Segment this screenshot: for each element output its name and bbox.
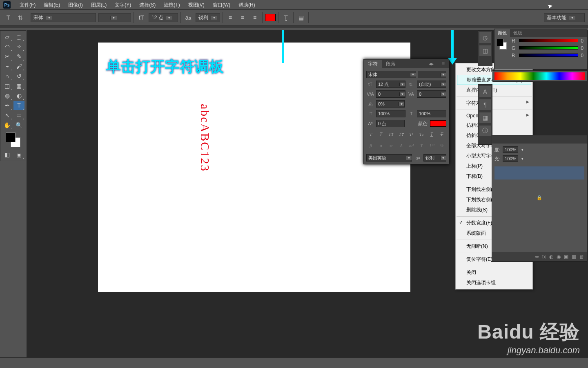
dropdown-icon[interactable]: ▼ <box>440 92 446 96</box>
type-tool[interactable]: T <box>13 101 24 110</box>
dropdown-icon[interactable]: ▼ <box>440 83 446 86</box>
smallcaps-toggle[interactable]: Tᴛ <box>397 130 406 138</box>
tool-preset-icon[interactable]: T <box>3 13 13 22</box>
ot-frac[interactable]: ½ <box>437 142 446 149</box>
lasso-tool[interactable]: ◠ <box>2 42 13 51</box>
mask-icon[interactable]: ◐ <box>549 254 553 260</box>
dropdown-icon[interactable]: ▼ <box>46 16 52 20</box>
menu-view[interactable]: 视图(V) <box>184 0 209 10</box>
link-icon[interactable]: ⇔ <box>535 254 539 260</box>
sample-vertical-text[interactable]: abcABC123 <box>198 104 212 172</box>
warp-text-icon[interactable]: T̰ <box>281 13 291 22</box>
spectrum-picker[interactable] <box>494 72 585 80</box>
dropdown-icon[interactable]: ▼ <box>406 156 412 160</box>
baseline-field[interactable]: 0 点 <box>376 120 405 127</box>
tab-character[interactable]: 字符 <box>364 60 382 68</box>
properties-panel-icon[interactable]: ◫ <box>479 45 491 56</box>
italic-toggle[interactable]: T <box>376 130 385 138</box>
eraser-tool[interactable]: ◫ <box>2 81 13 90</box>
dropdown-icon[interactable]: ▼ <box>211 16 217 20</box>
kerning-field[interactable]: 0▼ <box>376 90 405 98</box>
tab-paragraph[interactable]: 段落 <box>382 60 400 68</box>
path-tool[interactable]: ↖ <box>2 111 13 120</box>
brush-tool[interactable]: 🖌 <box>13 62 24 71</box>
ot-1st[interactable]: 1ˢᵗ <box>427 142 436 149</box>
menu-tate-chu-yoko[interactable]: 直排内横排(T) <box>456 85 532 95</box>
bold-toggle[interactable]: T <box>366 130 375 138</box>
text-color-swatch[interactable] <box>265 14 276 21</box>
antialias-combo[interactable]: 锐利▼ <box>196 13 220 22</box>
dropdown-icon[interactable]: ▼ <box>166 16 172 20</box>
pen-tool[interactable]: ✒ <box>2 101 13 110</box>
menu-window[interactable]: 窗口(W) <box>209 0 234 10</box>
menu-close[interactable]: 关闭 <box>456 267 532 278</box>
align-bottom-icon[interactable]: ≡ <box>250 13 260 22</box>
dropdown-icon[interactable]: ▼ <box>569 16 575 20</box>
history-brush-tool[interactable]: ↺ <box>13 72 24 81</box>
dropdown-icon[interactable]: ▼ <box>410 73 416 76</box>
menu-help[interactable]: 帮助(H) <box>234 0 259 10</box>
dropdown-icon[interactable]: ▼ <box>399 102 404 106</box>
superscript-toggle[interactable]: T¹ <box>407 130 416 138</box>
font-size-field[interactable]: 12 点▼ <box>376 81 405 88</box>
dropdown-icon[interactable]: ▼ <box>440 73 446 76</box>
history-panel-icon[interactable]: ◷ <box>479 32 491 43</box>
shape-tool[interactable]: ▭ <box>13 111 24 120</box>
stamp-tool[interactable]: ⌂ <box>2 72 13 81</box>
font-family-combo[interactable]: 宋体▼ <box>31 13 96 22</box>
fill-field[interactable]: 100% <box>503 155 518 162</box>
gradient-tool[interactable]: ▦ <box>13 81 24 90</box>
mini-swatch[interactable] <box>496 39 507 49</box>
trash-icon[interactable]: 🗑 <box>579 254 584 260</box>
tab-color[interactable]: 颜色 <box>494 29 510 37</box>
dropdown-icon[interactable]: ▼ <box>399 92 405 96</box>
b-slider[interactable] <box>519 54 578 58</box>
ot-ad[interactable]: ad <box>407 142 416 149</box>
fg-mini[interactable] <box>496 39 503 46</box>
r-slider[interactable] <box>519 39 578 43</box>
workspace-combo[interactable]: 基本功能▼ <box>544 13 585 22</box>
font-family-field[interactable]: 宋体▼ <box>366 71 416 78</box>
styles-panel-icon[interactable]: ▦ <box>479 112 491 123</box>
menu-filter[interactable]: 滤镜(T) <box>160 0 184 10</box>
ot-st[interactable]: st <box>387 142 396 149</box>
text-orientation-icon[interactable]: ⇅ <box>16 13 25 22</box>
menu-layer[interactable]: 图层(L) <box>87 0 111 10</box>
menu-file[interactable]: 文件(F) <box>16 0 40 10</box>
tab-swatches[interactable]: 色板 <box>510 29 526 37</box>
ot-sigma[interactable]: σ <box>376 142 385 149</box>
blur-tool[interactable]: ◍ <box>2 91 13 100</box>
subscript-toggle[interactable]: T₁ <box>417 130 426 138</box>
strike-toggle[interactable]: T <box>437 130 446 138</box>
text-color-swatch[interactable] <box>430 120 446 127</box>
hscale-field[interactable]: 100% <box>417 110 446 117</box>
ot-a[interactable]: A <box>397 142 406 149</box>
menu-image[interactable]: 图像(I) <box>64 0 87 10</box>
zoom-tool[interactable]: 🔍 <box>13 121 24 130</box>
menu-opentype[interactable]: OpenType <box>456 111 532 120</box>
panel-menu-icon[interactable]: ≡ <box>438 60 449 67</box>
new-layer-icon[interactable]: ▦ <box>572 254 576 260</box>
toggle-char-panel-icon[interactable]: ▤ <box>296 13 306 22</box>
crop-tool[interactable]: ✂ <box>2 52 13 61</box>
dropdown-icon[interactable]: ▼ <box>440 156 446 160</box>
info-panel-icon[interactable]: ⓘ <box>479 126 491 136</box>
menu-char-align[interactable]: 字符对齐 <box>456 98 532 108</box>
scale-field[interactable]: 0%▼ <box>376 100 405 108</box>
font-style-field[interactable]: -▼ <box>418 71 446 78</box>
menu-edit[interactable]: 编辑(E) <box>40 0 64 10</box>
allcaps-toggle[interactable]: TT <box>387 130 396 138</box>
menu-select[interactable]: 选择(S) <box>135 0 160 10</box>
dodge-tool[interactable]: ◐ <box>13 91 24 100</box>
align-top-icon[interactable]: ≡ <box>225 13 235 22</box>
heal-tool[interactable]: ⌁ <box>2 62 13 71</box>
aa-field[interactable]: 锐利▼ <box>423 154 446 162</box>
color-swatches[interactable] <box>5 132 21 148</box>
wand-tool[interactable]: ✧ <box>13 42 24 51</box>
char-panel-icon[interactable]: A <box>479 86 491 97</box>
ot-fi[interactable]: fi <box>366 142 375 149</box>
marquee-tool[interactable]: ⬚ <box>13 32 24 41</box>
screenmode-icon[interactable]: ▣ <box>13 150 24 159</box>
vscale-field[interactable]: 100% <box>376 110 405 117</box>
fx-icon[interactable]: fx <box>542 254 546 260</box>
